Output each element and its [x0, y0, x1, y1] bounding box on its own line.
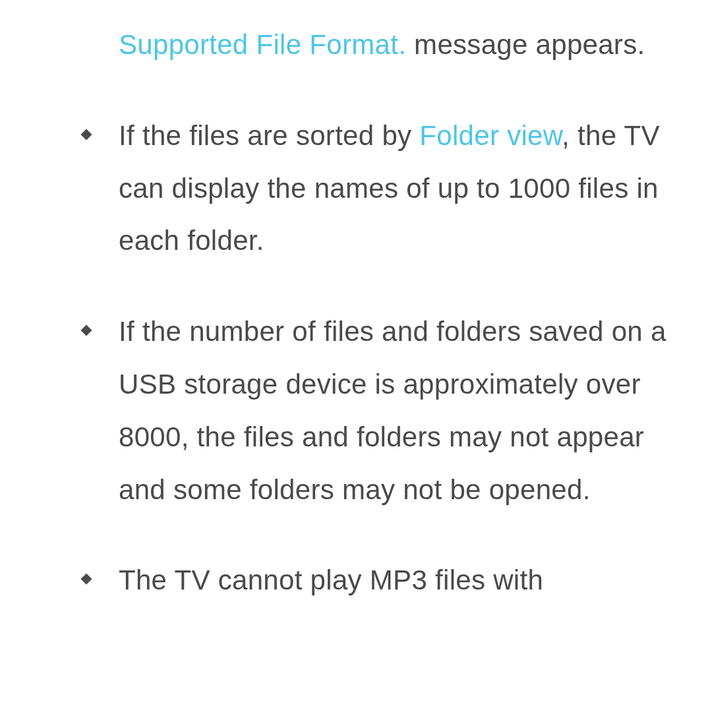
continuation-paragraph: Supported File Format. message appears.	[26, 18, 686, 71]
fragment-text: message appears.	[406, 29, 645, 60]
item-text: The TV cannot play MP3 files with	[119, 564, 543, 595]
item-text: If the number of files and folders saved…	[119, 316, 667, 504]
document-content: Supported File Format. message appears. …	[0, 0, 712, 607]
list-item: If the number of files and folders saved…	[26, 305, 686, 516]
bullet-list: If the files are sorted by Folder view, …	[26, 109, 686, 607]
list-item: The TV cannot play MP3 files with	[26, 554, 686, 607]
highlighted-term: Supported File Format.	[119, 29, 406, 60]
diamond-bullet-icon	[81, 574, 92, 585]
list-item: If the files are sorted by Folder view, …	[26, 109, 686, 267]
highlighted-term: Folder view	[419, 120, 562, 151]
diamond-bullet-icon	[81, 325, 92, 336]
diamond-bullet-icon	[81, 129, 92, 140]
item-text-prefix: If the files are sorted by	[119, 120, 419, 151]
